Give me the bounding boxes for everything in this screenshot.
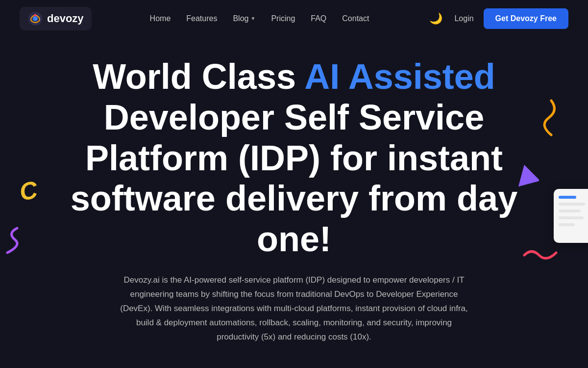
nav-item-faq[interactable]: FAQ [311,14,326,23]
nav-link-features[interactable]: Features [186,14,217,23]
hero-title-part2: Developer Self Service Platform (IDP) fo… [71,98,517,259]
nav-item-home[interactable]: Home [150,14,171,23]
svg-point-2 [33,16,38,21]
nav-link-pricing[interactable]: Pricing [271,14,295,23]
cta-button[interactable]: Get Devozy Free [484,8,568,29]
blog-dropdown-arrow: ▼ [250,16,255,21]
login-button[interactable]: Login [454,14,473,23]
hero-subtitle: Devozy.ai is the AI-powered self-service… [115,273,473,344]
svg-point-3 [34,14,37,16]
nav-item-blog[interactable]: Blog ▼ [233,14,255,23]
nav-item-pricing[interactable]: Pricing [271,14,295,23]
hero-title-highlight: AI Assisted [304,57,495,96]
nav-link-blog[interactable]: Blog ▼ [233,14,255,23]
nav-link-faq[interactable]: FAQ [311,14,326,23]
hero-title-part1: World Class [93,57,304,96]
nav-item-contact[interactable]: Contact [342,14,369,23]
navbar: devozy Home Features Blog ▼ Pricing FAQ … [0,0,588,37]
hero-title: World Class AI Assisted Developer Self S… [59,56,529,260]
nav-link-home[interactable]: Home [150,14,171,23]
theme-toggle-button[interactable]: 🌙 [427,10,444,27]
logo[interactable]: devozy [20,7,92,30]
nav-link-contact[interactable]: Contact [342,14,369,23]
nav-right: 🌙 Login Get Devozy Free [427,8,568,29]
logo-icon [27,11,43,26]
logo-text: devozy [47,12,84,25]
nav-item-features[interactable]: Features [186,14,217,23]
nav-links: Home Features Blog ▼ Pricing FAQ Contact [150,14,369,23]
hero-section: World Class AI Assisted Developer Self S… [0,37,588,344]
